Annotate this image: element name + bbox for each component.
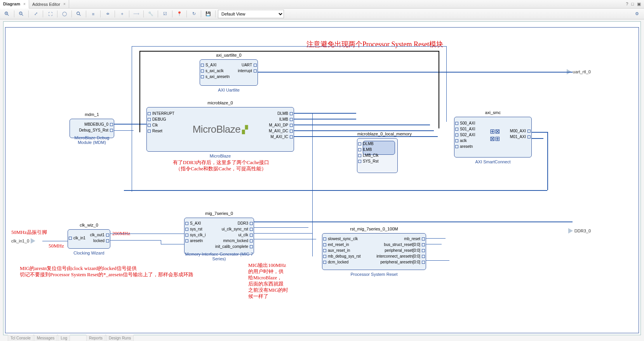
bottom-tab[interactable]: Tcl Console	[8, 335, 33, 341]
port: bus_struct_reset[0:0]	[371, 242, 426, 248]
port: init_calib_complete	[214, 244, 254, 249]
window-controls: ? □ ▣	[626, 2, 644, 7]
svg-line-5	[22, 14, 23, 16]
block-mig[interactable]: mig_7series_0 S_AXI sys_rst sys_clk_i ar…	[184, 218, 254, 254]
wire	[110, 240, 161, 241]
port: locked	[89, 238, 110, 244]
port: UART	[230, 62, 258, 68]
toolbar: ⤢ ⛶ ◯ ≡ ≑ ＋ ⟿ 🔧 ☑ 📍 ↻ 💾 Default View ⚙	[0, 9, 644, 19]
port: sys_rst	[184, 226, 214, 232]
port: ILMB	[255, 116, 294, 122]
diagram-canvas[interactable]: 注意避免出现两个Processor System Reset模块 有了DDR3内…	[3, 21, 641, 335]
block-uartlite[interactable]: axi_uartlite_0 S_AXI s_axi_aclk s_axi_ar…	[200, 59, 258, 86]
close-icon[interactable]: ×	[63, 2, 66, 6]
connect-icon[interactable]: ⟿	[132, 10, 141, 18]
wire	[254, 227, 308, 228]
wire	[42, 241, 68, 241]
wire	[446, 46, 447, 122]
tab-diagram[interactable]: Diagram ×	[0, 0, 29, 9]
help-icon[interactable]: ?	[626, 2, 628, 7]
gear-icon[interactable]: ⚙	[632, 10, 642, 18]
block-inst-name: microblaze_0	[147, 100, 294, 105]
tab-address-editor[interactable]: Address Editor ×	[29, 0, 69, 9]
port: s_axi_aclk	[200, 68, 230, 74]
expand-icon[interactable]: ≡	[89, 10, 98, 18]
collapse-icon[interactable]: ≑	[103, 10, 112, 18]
port: sys_clk_i	[184, 232, 214, 238]
zoom-in-icon[interactable]	[2, 10, 12, 18]
bottom-tabs: Tcl Console Messages Log Reports Design …	[8, 335, 134, 341]
annotation-clkpin: 50MHz晶振引脚	[11, 229, 47, 235]
pin-icon[interactable]: 📍	[175, 10, 184, 18]
wire	[532, 132, 547, 133]
block-inst-name: axi_smc	[454, 110, 531, 115]
restore-icon[interactable]: □	[631, 2, 634, 7]
validate-icon[interactable]: ☑	[160, 10, 170, 18]
svg-line-1	[7, 14, 9, 16]
port: M_AXI_DP	[255, 122, 294, 128]
wire	[294, 119, 356, 119]
maximize-icon[interactable]: ▣	[637, 2, 641, 7]
interconnect-icon: ⊞⊠⊠⊞	[487, 120, 502, 149]
zoom-out-icon[interactable]	[17, 10, 26, 18]
zoom-fit-icon[interactable]: ⤢	[31, 10, 40, 18]
bottom-tab[interactable]: Messages	[34, 335, 57, 341]
port: MBDEBUG_0	[70, 121, 114, 127]
block-clkwiz[interactable]: clk_wiz_0 clk_in1 clk_out1 locked Clocki…	[68, 229, 110, 249]
port: M00_AXI	[502, 128, 531, 134]
block-microblaze[interactable]: microblaze_0 INTERRUPT DEBUG Clk Reset M…	[146, 107, 294, 152]
wire	[258, 72, 573, 73]
wire	[254, 222, 573, 222]
block-rst[interactable]: rst_mig_7series_0_100M slowest_sync_clk …	[322, 233, 426, 270]
port: S01_AXI	[454, 126, 487, 132]
wrench-icon[interactable]: 🔧	[146, 10, 155, 18]
save-icon[interactable]: 💾	[204, 10, 213, 18]
wire	[312, 113, 313, 256]
ext-port-ddr[interactable]: DDR3_0	[567, 228, 591, 234]
port: mb_debug_sys_rst	[322, 253, 371, 259]
ext-port-clk-in[interactable]: clk_in1_0	[11, 238, 35, 244]
view-select[interactable]: Default View	[218, 10, 284, 18]
wire	[254, 239, 316, 239]
bottom-tab[interactable]: Log	[58, 335, 70, 341]
block-caption: AXI SmartConnect	[454, 159, 531, 164]
port: mb_reset	[371, 236, 426, 242]
block-inst-name: rst_mig_7series_0_100M	[322, 227, 426, 231]
block-smc[interactable]: axi_smc S00_AXI S01_AXI S02_AXI aclk are…	[454, 117, 532, 158]
block-caption: Memory Interface Generator (MIG 7 Series…	[184, 252, 254, 261]
wire	[294, 113, 356, 114]
refresh-icon[interactable]: ↻	[189, 10, 198, 18]
select-icon[interactable]: ◯	[60, 10, 69, 18]
microblaze-logo: MicroBlaze	[193, 123, 241, 135]
wire	[161, 240, 161, 244]
block-caption: Processor System Reset	[322, 272, 426, 277]
block-inst-name: mdm_1	[70, 112, 114, 117]
bottom-tab[interactable]: Design Runs	[106, 335, 134, 341]
port: DDR3	[214, 220, 254, 226]
block-caption: AXI Uartlite	[200, 88, 258, 92]
search-icon[interactable]	[74, 10, 84, 18]
port: aresetn	[454, 144, 487, 149]
port: S02_AXI	[454, 132, 487, 138]
close-icon[interactable]: ×	[23, 2, 26, 6]
block-caption: MicroBlaze Debug Module (MDM)	[70, 135, 114, 145]
design-boundary	[5, 27, 639, 333]
port: aresetn	[184, 238, 214, 244]
zoom-area-icon[interactable]: ⛶	[45, 10, 55, 18]
wire	[110, 234, 184, 234]
wire	[132, 46, 132, 192]
wire	[132, 46, 446, 47]
block-mdm[interactable]: mdm_1 MBDEBUG_0 Debug_SYS_Rst MicroBlaze…	[70, 119, 114, 138]
svg-point-7	[77, 12, 80, 14]
port: clk_out1	[89, 232, 110, 238]
port-triangle-icon	[31, 238, 35, 244]
add-icon[interactable]: ＋	[117, 10, 127, 18]
port: Debug_SYS_Rst	[70, 127, 114, 133]
wire	[532, 138, 543, 139]
port: ILMB	[357, 147, 397, 152]
port: ui_clk	[214, 232, 254, 238]
bottom-tab[interactable]: Reports	[86, 335, 105, 341]
port: mmcm_locked	[214, 238, 254, 244]
port: interconnect_aresetn[0:0]	[371, 253, 426, 259]
block-localmem[interactable]: microblaze_0_local_memory DLMB ILMB LMB_…	[357, 138, 398, 173]
